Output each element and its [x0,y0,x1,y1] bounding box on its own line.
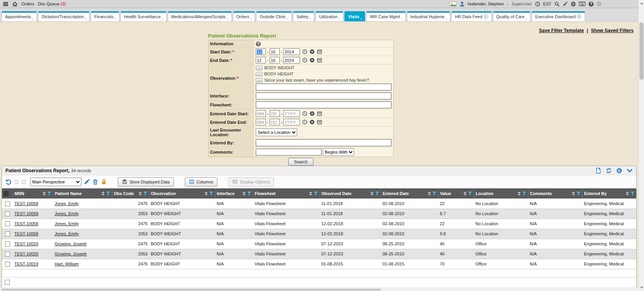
tab-executive-dashboard[interactable]: Executive Dashboard↻ [532,11,585,21]
clear-icon[interactable] [310,49,315,54]
sort-icon[interactable] [428,192,431,195]
sort-icon[interactable] [102,192,105,195]
flowsheet-input[interactable] [256,101,391,108]
patient-name-link[interactable]: Growing, Joseph [55,252,87,256]
entered-date-end-day-input[interactable]: DD [270,119,280,125]
tab-quality-of-care[interactable]: Quality of Care [493,11,530,21]
filter-funnel-icon[interactable] [630,192,635,195]
search-icon[interactable] [554,2,560,7]
tab-safety[interactable]: Safety [293,11,314,21]
menu-icon[interactable] [3,2,9,7]
tab-orders[interactable]: Orders [233,11,255,21]
row-checkbox[interactable] [5,241,10,246]
filter-funnel-icon[interactable] [522,192,527,195]
home-icon[interactable] [12,2,18,7]
select-all-header[interactable] [2,188,13,199]
undo-all-icon[interactable] [5,179,12,185]
patient-name-link[interactable]: Jones, Emily [55,221,79,226]
horizontal-scrollbar[interactable] [0,288,638,291]
column-header-observation[interactable]: Observation [149,188,215,199]
topbar-doc-queue-link[interactable]: Doc Queue(3) [38,2,66,6]
globe-icon[interactable] [571,2,576,7]
store-displayed-data-button[interactable]: Store Displayed Data [118,177,174,187]
clock-icon[interactable] [535,2,540,7]
refresh-icon[interactable] [606,168,612,174]
sort-icon[interactable] [243,192,246,195]
end-date-month-input[interactable]: 12 [256,57,266,63]
row-checkbox[interactable] [5,252,10,257]
observation-input[interactable] [256,84,391,91]
filter-funnel-icon[interactable] [432,192,437,195]
tab-wr-case-mgmt[interactable]: WR Case Mgmt [366,11,406,21]
filter-funnel-icon[interactable] [143,192,148,195]
collapse-chevron-icon[interactable] [627,168,633,174]
start-date-day-input[interactable]: 16 [270,48,280,55]
filter-funnel-icon[interactable] [375,192,379,195]
sort-icon[interactable] [43,192,46,195]
mrn-link[interactable]: TEST-10058 [14,211,38,216]
calendar-icon[interactable] [317,49,322,54]
new-document-icon[interactable] [595,168,601,174]
tab-medications-allergies-scripts[interactable]: Medications/Allergies/Scripts [168,11,232,21]
sort-icon[interactable] [572,192,575,195]
signature-pen-icon[interactable] [563,2,568,7]
mrn-link[interactable]: TEST-10019 [14,262,38,266]
column-header-location[interactable]: Location [474,188,528,199]
filter-funnel-icon[interactable] [314,192,318,195]
comments-input[interactable] [256,149,322,156]
tab-appointments[interactable]: Appointments [2,11,37,21]
vertical-scrollbar[interactable] [638,0,644,291]
row-checkbox[interactable] [5,211,10,216]
clear-icon[interactable] [310,111,315,116]
interface-input[interactable] [256,92,391,99]
calendar-icon[interactable] [317,120,322,125]
sort-icon[interactable] [518,192,521,195]
entered-by-input[interactable] [256,139,391,146]
time-icon[interactable] [302,120,307,125]
scroll-up-arrow[interactable] [639,0,644,6]
tab-utilization[interactable]: Utilization [315,11,343,21]
help-icon[interactable]: ? [589,2,594,7]
sort-icon[interactable] [370,192,374,195]
tab-dictation-transcription[interactable]: Dictation/Transcription [38,11,90,21]
tab-industrial-hygiene[interactable]: Industrial Hygiene [407,11,450,21]
clear-icon[interactable] [310,58,315,63]
mrn-link[interactable]: TEST-10020 [14,241,38,246]
row-checkbox[interactable] [5,262,10,267]
column-header-observed-date[interactable]: Observed Date [320,188,381,199]
user-name[interactable]: Hullender, Stephen [468,2,504,6]
patient-name-link[interactable]: Jones, Emily [55,211,79,216]
gear-icon[interactable] [616,168,622,174]
end-date-year-input[interactable]: 2024 [283,57,300,63]
row-checkbox[interactable] [5,231,10,236]
patient-name-link[interactable]: Hart, William [55,262,79,266]
select-all-checkbox[interactable] [3,191,9,196]
last-encounter-location-select[interactable]: Select a Location [256,128,297,136]
column-header-value[interactable]: Value [438,188,474,199]
edit-perspective-icon[interactable] [84,179,90,185]
time-icon[interactable] [302,111,307,116]
patient-name-link[interactable]: Jones, Emily [55,201,79,206]
lock-perspective-icon[interactable] [101,179,107,185]
column-header-mrn[interactable]: MRN [13,188,53,199]
start-date-year-input[interactable]: 2014 [283,48,300,55]
sort-icon[interactable] [463,192,467,195]
time-icon[interactable] [302,49,307,54]
entered-date-start-month-input[interactable]: MM [256,110,266,117]
calendar-icon[interactable] [317,58,322,63]
row-checkbox[interactable] [5,221,10,226]
entered-date-start-day-input[interactable]: DD [270,110,280,117]
perspective-select[interactable]: Main Perspective [30,178,81,186]
mrn-link[interactable]: TEST-10058 [14,231,38,236]
comments-match-select[interactable]: Begins With [323,148,354,156]
row-checkbox[interactable] [5,280,10,285]
column-header-obs-code[interactable]: Obs Code [112,188,149,199]
column-header-entered-by[interactable]: Entered By [582,188,636,199]
tab-visits[interactable]: Visits [344,11,365,21]
column-header-interface[interactable]: Interface [215,188,253,199]
screenshot-icon[interactable] [450,2,456,6]
entered-date-end-year-input[interactable]: YYYY [283,119,300,125]
remove-observation-icon[interactable]: − [256,72,262,76]
scroll-down-arrow[interactable] [639,285,644,291]
mrn-link[interactable]: TEST-10020 [14,252,38,256]
